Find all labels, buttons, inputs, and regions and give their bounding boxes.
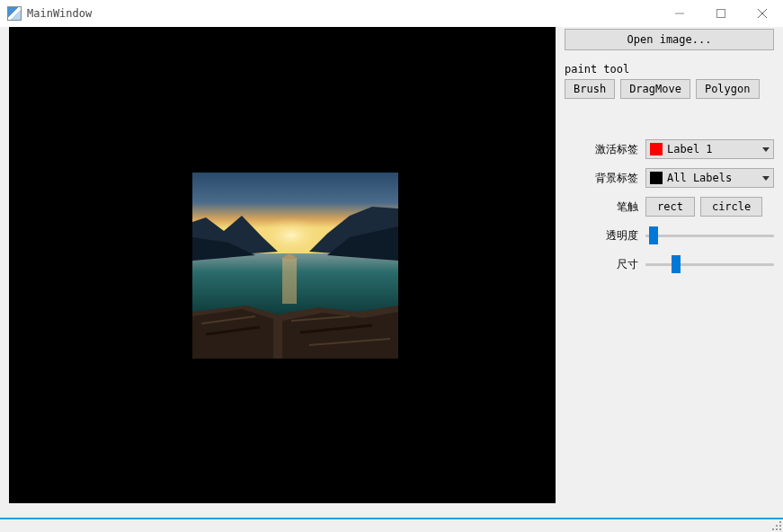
control-panel: Open image... paint tool Brush DragMove …: [565, 27, 774, 512]
dragmove-button[interactable]: DragMove: [620, 79, 690, 99]
active-label-text: 激活标签: [565, 142, 638, 157]
titlebar: MainWindow: [0, 0, 783, 27]
resize-grip[interactable]: [770, 519, 781, 530]
minimize-icon: [675, 9, 684, 18]
open-image-button[interactable]: Open image...: [565, 29, 774, 50]
rect-button[interactable]: rect: [645, 197, 695, 217]
bg-label-row: 背景标签 All Labels: [565, 168, 774, 188]
bg-label-text: 背景标签: [565, 171, 638, 186]
slider-thumb[interactable]: [672, 255, 681, 273]
close-button[interactable]: [742, 0, 783, 27]
brush-shape-text: 笔触: [565, 200, 638, 215]
paint-tool-label: paint tool: [565, 63, 774, 75]
polygon-button[interactable]: Polygon: [696, 79, 760, 99]
bg-label-select[interactable]: All Labels: [645, 168, 774, 188]
brush-button[interactable]: Brush: [565, 79, 615, 99]
maximize-icon: [716, 9, 725, 18]
active-label-row: 激活标签 Label 1: [565, 139, 774, 159]
paint-tool-row: Brush DragMove Polygon: [565, 79, 774, 99]
size-label: 尺寸: [565, 257, 638, 272]
circle-button[interactable]: circle: [700, 197, 762, 217]
size-slider[interactable]: [645, 254, 774, 274]
statusbar: [0, 518, 783, 532]
svg-rect-7: [282, 259, 297, 304]
bg-label-value: All Labels: [667, 172, 759, 184]
main-content: Open image... paint tool Brush DragMove …: [0, 27, 783, 517]
close-icon: [758, 9, 767, 18]
opacity-label: 透明度: [565, 228, 638, 244]
opacity-slider[interactable]: [645, 226, 774, 245]
brush-shape-row: 笔触 rect circle: [565, 197, 774, 217]
svg-rect-1: [717, 10, 725, 18]
window-controls: [659, 0, 783, 27]
chevron-down-icon: [762, 147, 770, 152]
loaded-image: [192, 173, 398, 359]
chevron-down-icon: [762, 176, 770, 181]
size-row: 尺寸: [565, 254, 774, 274]
minimize-button[interactable]: [659, 0, 700, 27]
active-label-value: Label 1: [667, 143, 759, 155]
window-title: MainWindow: [27, 7, 92, 20]
bg-label-swatch: [650, 172, 663, 184]
maximize-button[interactable]: [700, 0, 742, 27]
opacity-row: 透明度: [565, 226, 774, 245]
active-label-select[interactable]: Label 1: [645, 139, 774, 159]
app-icon: [7, 6, 22, 21]
image-canvas[interactable]: [9, 27, 556, 503]
slider-thumb[interactable]: [649, 226, 658, 244]
active-label-swatch: [650, 143, 663, 155]
